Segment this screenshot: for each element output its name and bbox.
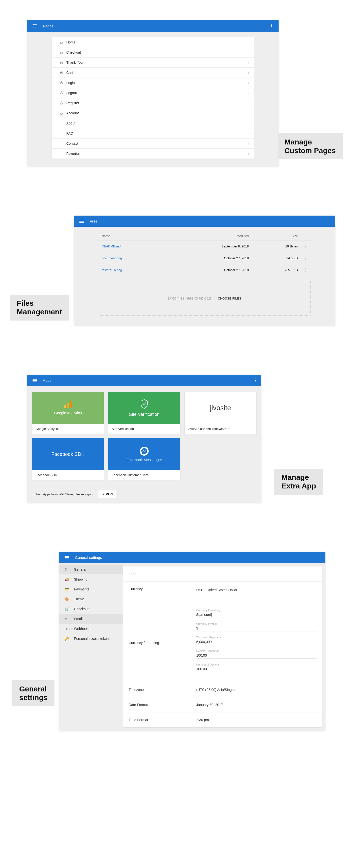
page-row[interactable]: Checkout› <box>52 48 254 58</box>
page-row[interactable]: Favorites› <box>52 149 254 158</box>
page-label: Register <box>66 101 248 105</box>
dropzone[interactable]: Drop files here to upload CHOOSE FILES <box>99 281 311 316</box>
choose-files-button[interactable]: CHOOSE FILES <box>218 297 241 300</box>
nav-icon: ⚙ <box>65 567 69 571</box>
nav-label: General <box>74 567 86 571</box>
more-icon[interactable]: ⋮ <box>304 244 308 248</box>
app-card-site-verification[interactable]: Site Verification Site Verification <box>108 392 180 434</box>
badge-pages: Manage Custom Pages <box>278 133 343 159</box>
shield-icon <box>140 399 148 409</box>
page-label: FAQ <box>66 131 248 135</box>
nav-item-personal access tokens[interactable]: 🔑Personal access tokens <box>59 634 123 644</box>
nav-icon: 💳 <box>65 587 69 591</box>
nav-item-checkout[interactable]: 🛒Checkout <box>59 604 123 614</box>
drop-text: Drop files here to upload <box>168 296 211 300</box>
file-link[interactable]: mstore3.6.png <box>102 268 122 272</box>
nav-item-emails[interactable]: ✉Emails <box>59 614 123 624</box>
more-icon[interactable] <box>255 378 256 382</box>
apps-header: Apps <box>27 375 261 386</box>
decimal-separator-input[interactable]: 100.00 <box>196 652 317 659</box>
app-head-sv: Site Verification <box>108 392 180 424</box>
nav-item-payments[interactable]: 💳Payments <box>59 584 123 594</box>
nav-icon: ʜᴛᴛᴘ <box>65 627 69 631</box>
nav-label: Emails <box>74 617 84 621</box>
nav-icon: 🎨 <box>65 597 69 601</box>
chevron-right-icon: › <box>248 61 249 64</box>
app-card-facebook-messenger[interactable]: Facebook Messenger Facebook Customer Cha… <box>108 438 180 480</box>
chevron-right-icon: › <box>248 91 249 95</box>
date-format-select[interactable]: January 30, 2017 <box>196 703 317 707</box>
settings-nav: ⚙General🚚Shipping💳Payments🎨Theme🛒Checkou… <box>59 563 123 731</box>
currency-row: Currency USD - United States Dollar <box>123 582 322 603</box>
thousand-separator-input[interactable]: 5,000,000 <box>196 639 317 645</box>
app-caption: JivoSite онлайн-консультант <box>185 424 256 434</box>
nav-item-shipping[interactable]: 🚚Shipping <box>59 575 123 584</box>
page-label: Account <box>66 111 248 115</box>
app-head-jv: jivosite <box>185 392 256 424</box>
nav-item-webhooks[interactable]: ʜᴛᴛᴘWebhooks <box>59 624 123 634</box>
settings-panel: General settings ⚙General🚚Shipping💳Payme… <box>59 552 325 731</box>
app-card-google-analytics[interactable]: Google Analytics Google Analytics <box>32 392 104 434</box>
page-row[interactable]: About› <box>52 118 254 128</box>
menu-icon[interactable] <box>33 25 37 27</box>
badge-settings: General settings <box>12 680 55 706</box>
timezone-row: Timezone (UTC+08:00) Asia/Singapore <box>123 682 322 698</box>
app-card-jivosite[interactable]: jivosite JivoSite онлайн-консультант <box>185 392 256 434</box>
menu-icon[interactable] <box>65 556 69 559</box>
menu-icon[interactable] <box>33 379 37 382</box>
file-row: README.mdSeptember 8, 201819 Bytes⋮ <box>99 241 311 252</box>
svg-rect-9 <box>67 403 69 408</box>
more-icon[interactable]: ⋮ <box>304 268 308 272</box>
svg-rect-0 <box>60 42 62 43</box>
currency-formatting-row: Currency formatting Currency formatting$… <box>123 603 322 682</box>
currency-select[interactable]: USD - United States Dollar <box>196 587 317 593</box>
app-head-fbm: Facebook Messenger <box>108 438 180 470</box>
page-row[interactable]: Home› <box>52 37 254 48</box>
page-row[interactable]: Register› <box>52 98 254 108</box>
lock-icon <box>60 40 63 44</box>
nav-item-general[interactable]: ⚙General <box>59 564 123 575</box>
app-caption: Site Verification <box>108 424 180 434</box>
more-icon[interactable]: ⋮ <box>304 256 308 260</box>
page-row[interactable]: Login› <box>52 78 254 88</box>
file-row: mstore3.6.pngOctober 27, 2018735.1 KB⋮ <box>99 264 311 276</box>
time-format-select[interactable]: 2:30 pm <box>196 718 317 722</box>
page-row[interactable]: Cart› <box>52 68 254 78</box>
app-head-ga: Google Analytics <box>32 392 104 424</box>
settings-title: General settings <box>75 555 102 560</box>
currency-format-input[interactable]: ${amount} <box>196 612 317 618</box>
app-card-facebook-sdk[interactable]: Facebook SDK Facebook SDK <box>32 438 104 480</box>
logo-row[interactable]: Logo › <box>123 566 322 582</box>
currency-symbol-input[interactable]: $ <box>196 625 317 631</box>
page-label: Home <box>66 40 248 44</box>
add-page-icon[interactable]: + <box>270 23 273 29</box>
page-row[interactable]: Thank You!› <box>52 58 254 68</box>
page-label: About <box>66 121 248 125</box>
svg-rect-3 <box>60 72 62 74</box>
svg-rect-5 <box>60 93 62 94</box>
file-link[interactable]: document.png <box>102 256 122 260</box>
lock-icon <box>60 71 63 74</box>
svg-rect-10 <box>70 401 72 408</box>
file-link[interactable]: README.md <box>102 245 120 248</box>
menu-icon[interactable] <box>79 220 84 223</box>
page-row[interactable]: FAQ› <box>52 128 254 138</box>
pages-panel: Pages + Home›Checkout›Thank You!›Cart›Lo… <box>27 20 279 166</box>
nav-icon: 🔑 <box>65 637 69 641</box>
number-decimal-input[interactable]: 100.00 <box>196 666 317 672</box>
nav-item-theme[interactable]: 🎨Theme <box>59 594 123 604</box>
file-modified: October 27, 2018 <box>167 264 252 276</box>
lock-icon <box>60 81 63 85</box>
page-row[interactable]: Account› <box>52 108 254 118</box>
nav-label: Webhooks <box>74 627 90 631</box>
nav-icon: ✉ <box>65 617 69 621</box>
files-title: Files <box>90 219 98 223</box>
page-label: Favorites <box>66 152 248 156</box>
page-row[interactable]: Contact› <box>52 138 254 149</box>
timezone-select[interactable]: (UTC+08:00) Asia/Singapore <box>196 688 317 692</box>
signin-button[interactable]: SIGN IN <box>98 490 117 498</box>
col-name: Name <box>99 231 167 241</box>
page-row[interactable]: Logout› <box>52 88 254 98</box>
chevron-right-icon: › <box>316 572 317 576</box>
page-label: Logout <box>66 91 248 95</box>
